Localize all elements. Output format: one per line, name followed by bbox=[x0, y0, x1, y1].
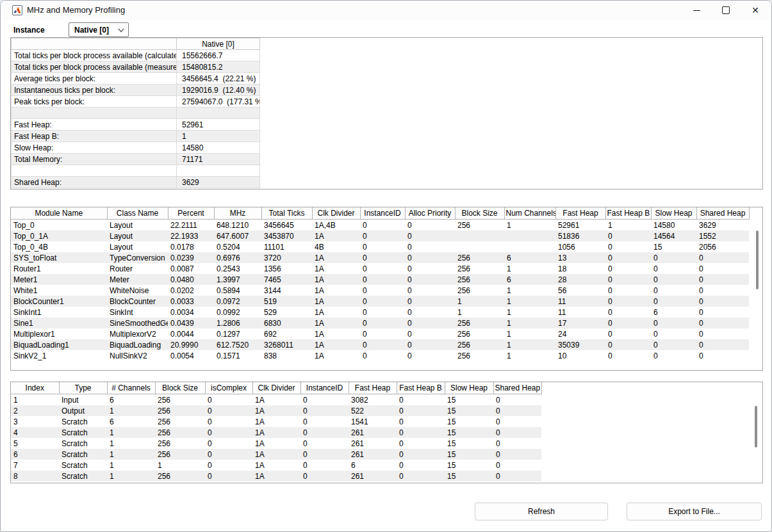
table-cell[interactable]: 0 bbox=[205, 449, 252, 460]
table-cell[interactable]: 0 bbox=[696, 328, 749, 339]
table-row[interactable]: 5Scratch125601A02610150 bbox=[11, 438, 541, 449]
table-cell[interactable]: Meter bbox=[107, 274, 168, 285]
table-cell[interactable]: 0 bbox=[696, 252, 749, 263]
table-cell[interactable]: 0 bbox=[360, 263, 405, 274]
table-cell[interactable]: 15 bbox=[445, 394, 493, 406]
table-cell[interactable]: 52961 bbox=[555, 220, 605, 231]
table-cell[interactable]: 1A bbox=[312, 230, 360, 241]
table-cell[interactable]: 256 bbox=[455, 252, 504, 263]
table-cell[interactable]: 3456645 bbox=[261, 220, 312, 231]
table-cell[interactable]: 27594067.0 (177.31 %) bbox=[177, 96, 260, 108]
table-cell[interactable]: 0.5204 bbox=[214, 241, 261, 252]
table-cell[interactable]: 14564 bbox=[651, 230, 696, 241]
table-cell[interactable]: BiquadLoading bbox=[107, 339, 168, 350]
table-cell[interactable]: MultiplexorV2 bbox=[107, 328, 168, 339]
table-cell[interactable]: 0 bbox=[397, 416, 445, 427]
table-cell[interactable]: 0 bbox=[605, 328, 651, 339]
column-header[interactable]: Alloc Priority bbox=[405, 207, 455, 220]
table-cell[interactable]: 1A bbox=[252, 438, 300, 449]
table-cell[interactable]: White1 bbox=[11, 285, 107, 296]
table-cell[interactable]: 22.2111 bbox=[168, 220, 214, 231]
table-cell[interactable]: 1A bbox=[312, 339, 360, 350]
table-cell[interactable]: 256 bbox=[155, 427, 205, 438]
table-cell[interactable]: 0 bbox=[397, 449, 445, 460]
table-cell[interactable]: 519 bbox=[261, 296, 312, 307]
column-header[interactable]: Total Ticks bbox=[261, 207, 312, 220]
table-cell[interactable]: 5 bbox=[11, 438, 59, 449]
table-cell[interactable]: 1.2806 bbox=[214, 318, 261, 328]
column-header[interactable]: Fast Heap B bbox=[605, 207, 651, 220]
refresh-button[interactable]: Refresh bbox=[475, 503, 608, 520]
table-cell[interactable]: 0 bbox=[397, 394, 445, 406]
table-cell[interactable]: 6 bbox=[107, 394, 155, 406]
table-row[interactable]: SinkV2_1NullSinkV20.00540.15718381A00256… bbox=[11, 350, 749, 361]
table-cell[interactable]: 0 bbox=[360, 241, 405, 252]
table-cell[interactable]: 0 bbox=[300, 427, 349, 438]
table-cell[interactable]: 2056 bbox=[696, 241, 749, 252]
table-cell[interactable]: 0 bbox=[205, 416, 252, 427]
table-cell[interactable]: 0 bbox=[651, 263, 696, 274]
table-cell[interactable]: Total ticks per block process available … bbox=[12, 50, 177, 61]
table-cell[interactable]: 0 bbox=[300, 416, 349, 427]
table-cell[interactable]: 15 bbox=[445, 416, 493, 427]
table-cell[interactable]: 0 bbox=[493, 427, 541, 438]
table-cell[interactable]: 1A bbox=[252, 460, 300, 471]
table-cell[interactable]: 692 bbox=[261, 328, 312, 339]
table-cell[interactable]: 0 bbox=[405, 318, 455, 328]
table-cell[interactable]: 0 bbox=[696, 307, 749, 318]
table-cell[interactable]: Meter1 bbox=[11, 274, 107, 285]
table-cell[interactable]: 0 bbox=[300, 460, 349, 471]
column-header[interactable]: Class Name bbox=[107, 207, 168, 220]
table-row[interactable]: Total ticks per block process available … bbox=[12, 50, 260, 61]
table-cell[interactable]: 0 bbox=[651, 296, 696, 307]
table-row[interactable]: Average ticks per block:3456645.4 (22.21… bbox=[12, 73, 260, 85]
table-cell[interactable]: Fast Heap: bbox=[12, 119, 177, 131]
column-header[interactable]: # Channels bbox=[107, 382, 155, 394]
table-cell[interactable]: 0 bbox=[397, 471, 445, 481]
table-cell[interactable]: BlockCounter1 bbox=[11, 296, 107, 307]
table-cell[interactable]: 256 bbox=[155, 471, 205, 481]
table-cell[interactable]: 52961 bbox=[177, 119, 260, 131]
table-cell[interactable]: 256 bbox=[455, 220, 504, 231]
table-row[interactable]: Sine1SineSmoothedGen0.04391.280668301A00… bbox=[11, 318, 749, 328]
table-cell[interactable]: 24 bbox=[555, 328, 605, 339]
table-cell[interactable]: 0 bbox=[651, 318, 696, 328]
table-cell[interactable] bbox=[504, 230, 555, 241]
table-cell[interactable]: 1A bbox=[252, 416, 300, 427]
table-cell[interactable]: 0 bbox=[300, 471, 349, 481]
table-cell[interactable]: Output bbox=[59, 405, 107, 416]
table-cell[interactable]: 529 bbox=[261, 307, 312, 318]
table-cell[interactable]: 3 bbox=[11, 416, 59, 427]
table-cell[interactable]: TypeConversion bbox=[107, 252, 168, 263]
table-cell[interactable]: 4B bbox=[312, 241, 360, 252]
table-cell[interactable]: Scratch bbox=[59, 471, 107, 481]
table-cell[interactable]: 0.0054 bbox=[168, 350, 214, 361]
table-cell[interactable]: 1 bbox=[504, 307, 555, 318]
table-cell[interactable]: 6 bbox=[107, 416, 155, 427]
table-cell[interactable]: 0 bbox=[605, 263, 651, 274]
table-cell[interactable]: 0 bbox=[360, 285, 405, 296]
table-cell[interactable]: 3144 bbox=[261, 285, 312, 296]
table-cell[interactable]: 612.7520 bbox=[214, 339, 261, 350]
table-cell[interactable]: 838 bbox=[261, 350, 312, 361]
table-cell[interactable]: 522 bbox=[349, 405, 397, 416]
table-cell[interactable]: 18 bbox=[555, 263, 605, 274]
table-cell[interactable]: 1A bbox=[312, 274, 360, 285]
table-cell[interactable]: 0 bbox=[360, 350, 405, 361]
table-cell[interactable]: 0 bbox=[605, 274, 651, 285]
table-cell[interactable]: Shared Heap: bbox=[12, 177, 177, 188]
table-cell[interactable]: 0 bbox=[300, 438, 349, 449]
table-cell[interactable]: 0 bbox=[605, 230, 651, 241]
table-cell[interactable]: 256 bbox=[455, 263, 504, 274]
column-header[interactable]: Module Name bbox=[11, 207, 107, 220]
table-cell[interactable]: 22.1933 bbox=[168, 230, 214, 241]
table-cell[interactable]: 15 bbox=[445, 438, 493, 449]
table-cell[interactable]: Fast Heap B: bbox=[12, 131, 177, 142]
table-cell[interactable]: 0.0033 bbox=[168, 296, 214, 307]
table-cell[interactable]: Average ticks per block: bbox=[12, 73, 177, 85]
table-cell[interactable]: 3720 bbox=[261, 252, 312, 263]
table-row[interactable]: Slow Heap:14580 bbox=[12, 142, 260, 154]
table-cell[interactable]: 0 bbox=[696, 318, 749, 328]
table-cell[interactable]: 1541 bbox=[349, 416, 397, 427]
table-cell[interactable]: 0 bbox=[651, 285, 696, 296]
